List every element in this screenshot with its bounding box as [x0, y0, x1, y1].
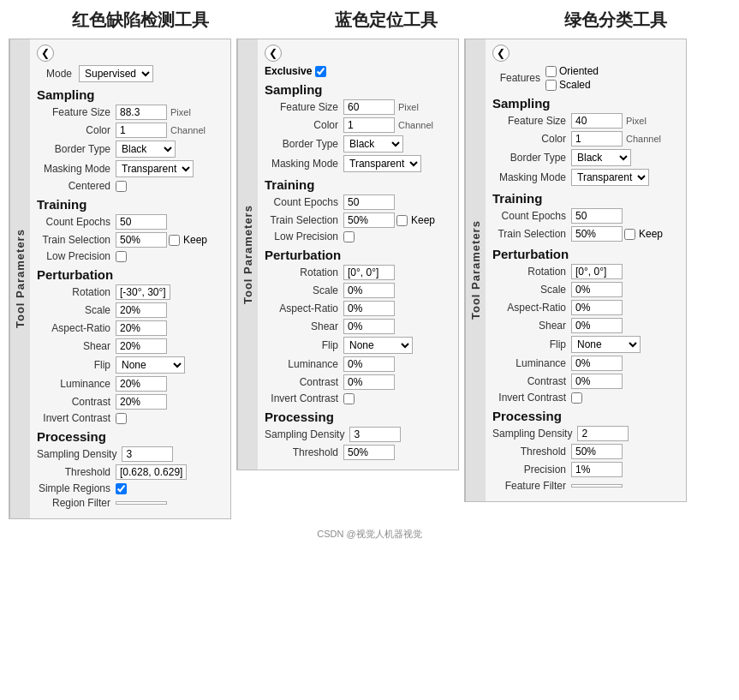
- features-label: Features: [492, 72, 544, 84]
- field-unit: Pixel: [626, 116, 647, 126]
- select-input[interactable]: BlackWhiteMirror: [116, 141, 176, 158]
- field-value: [-30°, 30°]: [116, 284, 170, 300]
- mode-select[interactable]: Supervised: [79, 65, 153, 82]
- select-input[interactable]: TransparentNone: [571, 169, 649, 186]
- field-unit: Channel: [398, 120, 433, 130]
- form-row: Invert Contrast: [265, 392, 451, 404]
- feature-checkbox[interactable]: [545, 80, 557, 91]
- mode-label: Mode: [37, 68, 75, 80]
- select-input[interactable]: TransparentNone: [343, 155, 421, 172]
- field-unit: Pixel: [398, 102, 419, 112]
- panel-content: ❮FeaturesOrientedScaledSamplingFeature S…: [486, 39, 686, 501]
- field-value: 3: [349, 427, 401, 442]
- form-row: Low Precision: [37, 250, 223, 262]
- checkbox-input[interactable]: [116, 483, 127, 494]
- form-row: Train Selection50%Keep: [37, 232, 223, 248]
- checkbox-input[interactable]: [116, 413, 127, 424]
- field-value: 50: [343, 194, 395, 210]
- form-row: Border TypeBlackWhiteMirror: [37, 141, 223, 158]
- features-checkboxes: OrientedScaled: [545, 65, 599, 91]
- field-label: Invert Contrast: [492, 392, 569, 404]
- form-row: Shear20%: [37, 338, 223, 354]
- form-row: Aspect-Ratio0%: [265, 301, 451, 316]
- field-value: 50: [571, 208, 623, 224]
- features-row: FeaturesOrientedScaled: [492, 65, 679, 91]
- panel-green: Tool Parameters❮FeaturesOrientedScaledSa…: [464, 39, 687, 502]
- back-button[interactable]: ❮: [37, 45, 54, 62]
- form-row: Masking ModeTransparentNone: [37, 160, 223, 177]
- field-label: Border Type: [265, 138, 342, 150]
- extra-checkbox[interactable]: [169, 235, 180, 246]
- form-row: Count Epochs50: [492, 208, 679, 224]
- field-label: Masking Mode: [37, 163, 114, 175]
- checkbox-input[interactable]: [116, 181, 127, 192]
- select-input[interactable]: NoneHorizontalVerticalBoth: [116, 356, 185, 374]
- form-row: Train Selection50%Keep: [265, 212, 451, 228]
- form-row: Feature Size60Pixel: [265, 99, 451, 115]
- section-title-perturbation: Perturbation: [37, 267, 223, 282]
- field-value: 2: [577, 426, 629, 441]
- field-value: 0%: [343, 319, 395, 334]
- form-row: Scale0%: [492, 282, 679, 297]
- field-value: 1: [571, 131, 623, 147]
- back-button[interactable]: ❮: [265, 45, 282, 62]
- section-title-processing: Processing: [265, 410, 451, 424]
- form-row: Shear0%: [265, 319, 451, 334]
- field-label: Shear: [37, 340, 114, 352]
- select-input[interactable]: NoneHorizontalVerticalBoth: [571, 336, 641, 353]
- field-label: Aspect-Ratio: [37, 322, 114, 334]
- select-input[interactable]: NoneHorizontalVerticalBoth: [343, 337, 413, 354]
- panels-row: Tool Parameters❮ModeSupervisedSamplingFe…: [9, 39, 730, 519]
- field-label: Flip: [492, 338, 569, 350]
- feature-option-label: Oriented: [559, 65, 599, 77]
- field-value: 1: [343, 117, 395, 133]
- form-row: FlipNoneHorizontalVerticalBoth: [37, 356, 223, 374]
- back-button[interactable]: ❮: [492, 45, 510, 62]
- form-row: Scale0%: [265, 283, 451, 298]
- panel-sidebar-label: Tool Parameters: [9, 39, 30, 518]
- extra-checkbox[interactable]: [624, 229, 635, 240]
- field-label: Simple Regions: [37, 482, 114, 494]
- form-row: Sampling Density3: [265, 427, 451, 442]
- form-row: Scale20%: [37, 302, 223, 318]
- field-value: 20%: [116, 302, 167, 318]
- blue-tool-title: 蓝色定位工具: [335, 9, 438, 32]
- checkbox-input[interactable]: [343, 393, 355, 404]
- extra-label: Keep: [639, 228, 663, 240]
- exclusive-label: Exclusive: [265, 65, 312, 77]
- field-value: [571, 484, 623, 488]
- field-label: Scale: [265, 284, 342, 296]
- checkbox-input[interactable]: [116, 251, 127, 262]
- field-label: Low Precision: [37, 250, 114, 262]
- exclusive-checkbox[interactable]: [315, 66, 326, 77]
- section-title-training: Training: [37, 197, 223, 212]
- select-input[interactable]: BlackWhiteMirror: [343, 135, 403, 153]
- panel-content: ❮ExclusiveSamplingFeature Size60PixelCol…: [258, 39, 458, 470]
- form-row: Precision1%: [492, 462, 679, 477]
- field-label: Train Selection: [492, 228, 569, 240]
- form-row: Threshold50%: [492, 444, 679, 459]
- field-label: Feature Size: [37, 106, 114, 118]
- checkbox-input[interactable]: [343, 231, 355, 242]
- green-tool-title: 绿色分类工具: [564, 9, 667, 32]
- field-label: Flip: [265, 339, 342, 351]
- field-value: 20%: [116, 320, 167, 336]
- field-value: 3: [122, 446, 173, 462]
- field-label: Low Precision: [265, 230, 342, 242]
- form-row: Color1Channel: [492, 131, 679, 147]
- extra-label: Keep: [411, 214, 435, 226]
- form-row: Simple Regions: [37, 482, 223, 494]
- field-label: Masking Mode: [492, 171, 569, 183]
- field-value: 0%: [571, 318, 623, 333]
- field-label: Train Selection: [37, 234, 114, 246]
- section-title-processing: Processing: [492, 409, 679, 423]
- extra-checkbox[interactable]: [396, 215, 408, 226]
- form-row: Centered: [37, 180, 223, 192]
- checkbox-input[interactable]: [571, 392, 582, 404]
- field-label: Precision: [492, 464, 569, 476]
- field-value: 1%: [571, 462, 623, 477]
- select-input[interactable]: TransparentNone: [116, 160, 194, 177]
- select-input[interactable]: BlackWhiteMirror: [571, 149, 631, 166]
- feature-checkbox[interactable]: [545, 66, 557, 77]
- form-row: Invert Contrast: [37, 412, 223, 424]
